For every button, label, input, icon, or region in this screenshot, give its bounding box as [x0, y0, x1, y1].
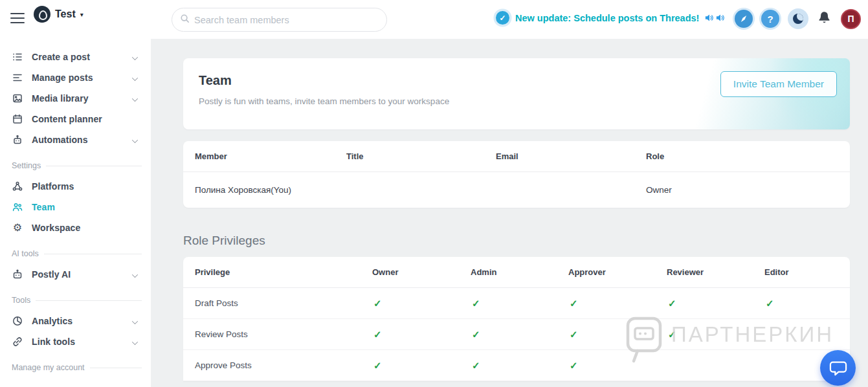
sidebar-item-label: Manage posts — [32, 72, 93, 83]
sidebar-item-label: Team — [32, 202, 55, 212]
sidebar-section-settings: Settings — [12, 161, 151, 170]
announcement-banner[interactable]: ✓ New update: Schedule posts on Threads! — [496, 11, 725, 25]
sidebar-item-media-library[interactable]: Media library — [0, 88, 151, 109]
sidebar-item-label: Postly AI — [32, 269, 71, 280]
section-label: Tools — [12, 296, 30, 305]
compass-icon[interactable] — [735, 10, 753, 28]
chevron-down-icon — [132, 54, 138, 60]
chevron-down-icon — [132, 271, 138, 277]
chevron-down-icon — [132, 137, 138, 142]
sidebar-item-label: Workspace — [32, 223, 80, 233]
check-icon: ✓ — [667, 298, 676, 309]
privileges-table-header: PrivilegeOwnerAdminApproverReviewerEdito… — [183, 257, 850, 288]
role-privileges-title: Role Privileges — [183, 234, 850, 248]
sidebar-item-label: Link tools — [32, 337, 75, 347]
members-table-header: MemberTitleEmailRole — [183, 141, 850, 172]
check-badge-icon: ✓ — [496, 11, 509, 25]
gear-icon: ⚙ — [12, 222, 23, 234]
check-icon: ✓ — [372, 360, 382, 371]
chevron-down-icon — [132, 74, 138, 80]
dark-mode-icon[interactable] — [788, 8, 808, 29]
table-row: Approve Posts✓✓✓ — [183, 350, 850, 381]
table-row[interactable]: Полина Хоровская(You)Owner — [183, 172, 850, 208]
user-avatar[interactable]: П — [841, 9, 861, 29]
workspace-switcher[interactable]: Test ▾ — [34, 6, 83, 23]
calendar-icon — [12, 113, 23, 125]
member-role: Owner — [646, 185, 850, 195]
list-icon — [12, 51, 23, 63]
check-icon: ✓ — [372, 329, 382, 340]
automation-icon — [12, 134, 23, 146]
chat-widget-button[interactable] — [820, 350, 856, 386]
section-label: Settings — [12, 161, 41, 170]
sidebar-item-label: Create a post — [32, 52, 90, 62]
check-icon: ✓ — [471, 360, 480, 371]
privilege-name: Draft Posts — [195, 298, 372, 308]
chevron-down-icon — [132, 338, 138, 344]
sidebar-item-label: Analytics — [32, 316, 72, 326]
hamburger-menu-icon[interactable] — [10, 13, 25, 26]
search-input[interactable] — [194, 15, 386, 25]
speaker-icons — [705, 14, 725, 22]
column-header-privilege: Privilege — [195, 267, 372, 277]
sidebar-section-ai-tools: AI tools — [12, 249, 151, 258]
media-icon — [12, 93, 23, 104]
sidebar-item-label: Media library — [32, 93, 89, 104]
sidebar-section-tools: Tools — [12, 296, 151, 305]
table-row: Draft Posts✓✓✓✓✓ — [183, 288, 850, 319]
sidebar-item-analytics[interactable]: Analytics — [0, 311, 151, 331]
notifications-icon[interactable] — [817, 10, 832, 27]
team-subtitle: Postly is fun with teams, invite team me… — [199, 96, 834, 106]
check-icon: ✓ — [568, 360, 578, 371]
team-card: Team Postly is fun with teams, invite te… — [183, 58, 850, 129]
sidebar-item-label: Platforms — [32, 181, 74, 192]
chevron-down-icon — [132, 318, 138, 324]
column-header-role: Role — [646, 151, 850, 161]
chevron-down-icon — [132, 95, 138, 101]
sidebar-item-postly-ai[interactable]: Postly AI — [0, 264, 151, 285]
column-header-title: Title — [346, 151, 496, 161]
column-header-editor: Editor — [764, 267, 850, 277]
sidebar-item-content-planner[interactable]: Content planner — [0, 109, 151, 129]
search-bar[interactable] — [172, 8, 387, 32]
sidebar-item-label: Automations — [32, 135, 88, 145]
check-icon: ✓ — [568, 298, 578, 309]
workspace-name: Test — [55, 8, 76, 20]
section-label: Manage my account — [12, 363, 85, 372]
sidebar-item-automations[interactable]: Automations — [0, 129, 151, 150]
column-header-reviewer: Reviewer — [667, 267, 764, 277]
sidebar-item-workspace[interactable]: ⚙Workspace — [0, 217, 151, 238]
sidebar-item-link-tools[interactable]: Link tools — [0, 331, 151, 352]
privilege-name: Review Posts — [195, 329, 372, 339]
invite-team-member-button[interactable]: Invite Team Member — [720, 71, 837, 97]
privileges-table: PrivilegeOwnerAdminApproverReviewerEdito… — [183, 257, 850, 381]
topbar: Test ▾ ✓ New update: Schedule posts on T… — [0, 0, 868, 39]
workspace-avatar — [34, 6, 50, 23]
members-table: MemberTitleEmailRole Полина Хоровская(Yo… — [183, 141, 850, 208]
column-header-owner: Owner — [372, 267, 471, 277]
app: { "topbar": { "workspace_name": "Test", … — [0, 0, 868, 387]
platforms-icon — [12, 181, 23, 192]
check-icon: ✓ — [471, 329, 480, 340]
privilege-name: Approve Posts — [195, 360, 372, 370]
sidebar-item-manage-posts[interactable]: Manage posts — [0, 67, 151, 88]
sidebar-item-platforms[interactable]: Platforms — [0, 176, 151, 197]
sidebar: Create a postManage postsMedia libraryCo… — [0, 39, 151, 387]
member-name: Полина Хоровская(You) — [195, 185, 346, 195]
check-icon: ✓ — [372, 298, 382, 309]
rows-icon — [12, 72, 23, 83]
column-header-admin: Admin — [471, 267, 568, 277]
sidebar-item-label: Content planner — [32, 114, 102, 124]
chevron-down-icon: ▾ — [80, 11, 83, 18]
announcement-text: New update: Schedule posts on Threads! — [515, 13, 699, 23]
topbar-actions: ? П — [735, 8, 861, 29]
check-icon: ✓ — [667, 329, 676, 340]
team-icon — [12, 201, 23, 213]
sidebar-section-manage-my-account: Manage my account — [12, 363, 151, 372]
sidebar-item-create-a-post[interactable]: Create a post — [0, 47, 151, 67]
help-icon[interactable]: ? — [761, 10, 779, 28]
robot-icon — [12, 269, 23, 280]
pie-icon — [12, 315, 23, 327]
section-label: AI tools — [12, 249, 39, 258]
sidebar-item-team[interactable]: Team — [0, 197, 151, 217]
